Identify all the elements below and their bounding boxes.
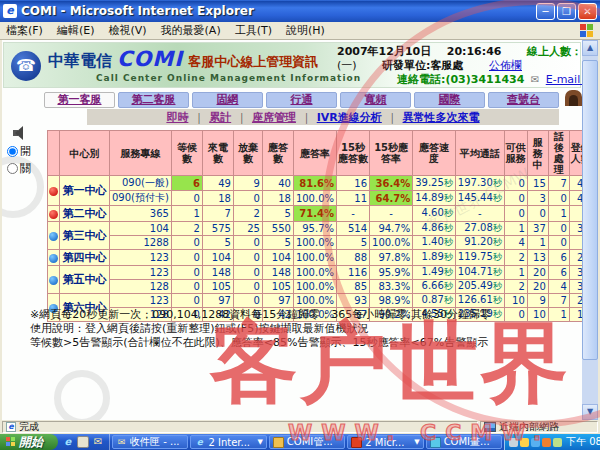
status-dot-red [49,187,58,196]
stat-cell: 18 [202,191,233,206]
nav-tab[interactable]: 第二客服 [118,92,189,108]
taskbar-button[interactable]: e2 Inter...▼ [190,435,266,449]
stat-cell: 0 [171,250,202,266]
menu-bar: 檔案(F)編輯(E)檢視(V)我的最愛(A)工具(T)說明(H) [0,22,600,40]
stat-cell: 95.7% [293,222,336,236]
stat-cell: 13 [527,250,548,266]
menu-item[interactable]: 檔案(F) [6,23,43,38]
network-icon[interactable] [531,438,540,447]
nav-tab[interactable]: 查號台 [488,92,559,108]
subnav-link[interactable]: 即時 [166,110,188,125]
taskbar-button[interactable]: 2 Micr...▼ [347,435,423,449]
site-banner: ☎ 中華電信 COMI 客服中心線上管理資訊 Call Center Onlin… [3,42,581,88]
stat-cell: 1 [504,266,527,280]
menu-item[interactable]: 檢視(V) [108,23,146,38]
seconds-unit: 秒 [444,178,453,188]
nav-tab[interactable]: 國際 [414,92,485,108]
sound-off-option[interactable]: 關 [7,161,47,176]
nav-tab[interactable]: 第一客服 [44,92,115,108]
subnav-link[interactable]: 異常性多次來電 [382,110,480,125]
subnav-link[interactable]: IVR進線分析 [296,110,382,125]
stat-cell: 575 [202,222,233,236]
stats-table: 中心別服務專線等候數來電數放棄數應答數應答率15秒應答數15秒應答率應答速度平均… [47,130,593,322]
brand-name-zh: 中華電信 [48,51,112,70]
current-date: 2007年12月10日 [337,45,431,58]
menu-item[interactable]: 工具(T) [235,23,272,38]
stat-cell: 100.0% [293,294,336,308]
stat-cell: 98.9% [370,294,413,308]
taskbar-button[interactable]: ✉收件匣 - ... [112,435,188,449]
nav-tab[interactable]: 寬頻 [340,92,411,108]
stat-cell: 100.0% [293,191,336,206]
stat-cell: 25 [233,222,262,236]
sound-off-radio[interactable] [7,163,18,174]
stat-cell: 11 [337,191,370,206]
taskbar-button[interactable]: COMI畫... [426,435,502,449]
windows-logo-icon [580,24,594,38]
outlook-icon[interactable]: ✉ [92,436,104,448]
stat-cell: 97 [202,294,233,308]
ime-icon[interactable] [553,438,562,447]
table-row: 12801050105100.0%8583.3%6.66秒205.49秒2204… [48,280,593,294]
stat-cell: 2 [504,250,527,266]
stat-cell: 2 [233,206,262,222]
stat-cell: 1 [548,206,569,222]
stat-cell: 2 [171,222,202,236]
volume-icon[interactable] [509,438,518,447]
desktop-icon[interactable] [77,436,89,448]
minimize-button[interactable]: ─ [536,3,555,20]
start-button[interactable]: 開始 [0,434,58,450]
cht-logo-icon: ☎ [11,51,41,81]
windows-flag-icon [6,437,16,447]
menu-item[interactable]: 編輯(E) [57,23,95,38]
stat-cell: 0 [171,280,202,294]
ie-icon[interactable]: e [62,436,74,448]
scroll-up-arrow[interactable]: ▲ [582,40,598,56]
stat-cell: 104 [110,222,172,236]
vertical-scrollbar[interactable]: ▲ ▼ [582,40,598,420]
ie-icon: e [194,437,205,448]
sub-nav-bar: 即時累計座席管理IVR進線分析異常性多次來電 [87,109,559,125]
office-icon [351,437,362,448]
restore-button[interactable]: ❐ [557,3,576,20]
seconds-unit: 秒 [493,309,502,319]
stat-cell: 7 [548,294,569,308]
center-name: 第一中心 [60,176,110,206]
stat-cell: 88 [337,250,370,266]
messenger-icon[interactable] [520,438,529,447]
subnav-link[interactable]: 累計 [188,110,231,125]
scrollbar-thumb[interactable] [582,60,598,360]
stat-cell: 0 [233,266,262,280]
stat-cell: 145.44秒 [455,191,504,206]
menu-item[interactable]: 我的最愛(A) [161,23,221,38]
sound-on-radio[interactable] [7,146,18,157]
bulletin-board-link[interactable]: 公佈欄 [489,59,522,72]
title-bar[interactable]: e COMI - Microsoft Internet Explorer ─ ❐… [0,0,600,22]
stat-cell: 0 [171,236,202,250]
nav-tab[interactable]: 固網 [192,92,263,108]
close-button[interactable]: ✕ [578,3,597,20]
column-header [48,131,60,176]
scroll-down-arrow[interactable]: ▼ [582,404,598,420]
dev-unit: 研發單位:客服處 [382,59,463,72]
stat-cell: 104 [262,250,293,266]
update-icon[interactable] [542,438,551,447]
sound-on-option[interactable]: 開 [7,144,47,159]
stat-cell: 5 [262,206,293,222]
taskbar-button[interactable]: COMI管... [269,435,345,449]
table-row: 12880505100.0%5100.0%1.40秒91.20秒4105 [48,236,593,250]
stat-cell: 36.4% [370,176,413,191]
mail-icon: ✉ [116,437,127,448]
footnote-line: 使用說明：登入網頁後請按(重新整理)鈕或(F5)按鍵擷取最新值機狀況 [30,322,491,336]
menu-item[interactable]: 說明(H) [286,23,325,38]
stat-cell: 128 [110,280,172,294]
window-title: COMI - Microsoft Internet Explorer [21,4,536,18]
stat-cell: 1 [171,206,202,222]
nav-tab[interactable]: 行通 [266,92,337,108]
seconds-unit: 秒 [444,295,453,305]
stat-cell: 100.0% [293,266,336,280]
subnav-link[interactable]: 座席管理 [231,110,296,125]
stat-cell: 0 [233,250,262,266]
stat-cell: 15 [527,176,548,191]
seconds-unit: 秒 [493,178,502,188]
